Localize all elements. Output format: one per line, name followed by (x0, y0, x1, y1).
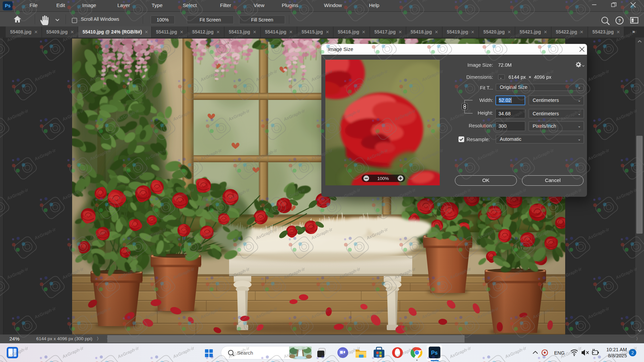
svg-text:Ps: Ps (431, 350, 438, 356)
svg-text:10:21 AM: 10:21 AM (606, 347, 627, 352)
svg-text:8/8/2025: 8/8/2025 (608, 353, 627, 358)
svg-text:Search: Search (237, 350, 253, 356)
svg-text:ENG: ENG (554, 350, 565, 356)
svg-text:2: 2 (631, 350, 634, 355)
svg-text:100%: 100% (377, 176, 389, 181)
svg-text:?: ? (618, 18, 621, 23)
